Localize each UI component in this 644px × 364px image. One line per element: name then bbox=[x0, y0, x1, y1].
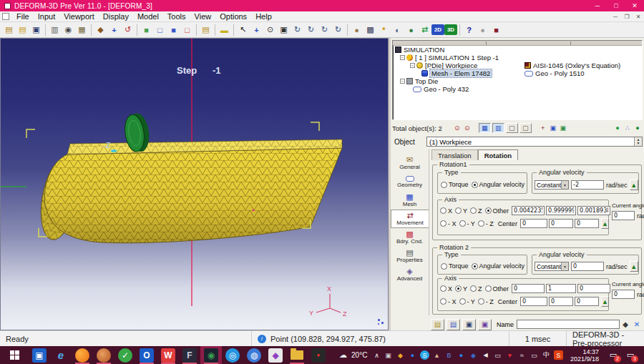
save-as-movement-button[interactable]: ▣ bbox=[478, 319, 492, 330]
display-points-button[interactable]: ▢ bbox=[519, 123, 532, 133]
undo-icon[interactable]: ↺ bbox=[121, 24, 135, 36]
av-mode-select[interactable]: Constant ▼ bbox=[535, 180, 569, 190]
sidetab-advanced[interactable]: ◈ Advanced bbox=[391, 265, 429, 284]
tree-node-workpiece[interactable]: [PDie] Workpiece bbox=[425, 62, 477, 69]
view-3d-button[interactable]: 3D bbox=[444, 24, 457, 35]
cube-red-icon[interactable]: □ bbox=[180, 24, 194, 36]
mdi-close-button[interactable]: ✕ bbox=[633, 14, 644, 20]
folder-icon[interactable]: ▤ bbox=[199, 24, 213, 36]
torque-radio[interactable] bbox=[441, 182, 447, 188]
measure-tool-icon[interactable]: + bbox=[538, 124, 548, 133]
menu-file[interactable]: File bbox=[12, 11, 34, 21]
av-value-input[interactable] bbox=[571, 180, 604, 190]
menu-help[interactable]: Help bbox=[251, 11, 276, 21]
document-icon[interactable] bbox=[2, 13, 9, 20]
taskbar-clock[interactable]: 14:37 2021/9/18 bbox=[570, 348, 599, 363]
axis-x-radio[interactable] bbox=[440, 285, 447, 292]
sidetab-mesh[interactable]: ▦ Mesh bbox=[391, 191, 429, 210]
center-function-button[interactable]: ▲ bbox=[601, 296, 609, 307]
volume-tray-icon[interactable]: ◀ bbox=[481, 350, 490, 360]
axis-value-3-input[interactable] bbox=[577, 284, 610, 293]
menu-tools[interactable]: Tools bbox=[163, 11, 190, 21]
print-icon[interactable]: ▥ bbox=[48, 24, 62, 36]
import-movement-button[interactable]: ▤ bbox=[447, 319, 460, 330]
viewport-3d[interactable]: Step -1 -Z X Y Z bbox=[0, 38, 389, 330]
ruler-icon[interactable]: ▬ bbox=[218, 24, 231, 36]
taskbar-cloud-drive[interactable]: ◍ bbox=[243, 346, 265, 364]
tab-rotation[interactable]: Rotation bbox=[478, 149, 519, 160]
zoom-in-object-icon[interactable]: ⊙ bbox=[452, 124, 462, 133]
ime-language-icon[interactable]: 中 bbox=[542, 350, 551, 360]
tree-node-mesh[interactable]: Mesh - Elem 17482 bbox=[430, 69, 492, 77]
av-function-button[interactable]: ▲ bbox=[630, 179, 638, 190]
center-function-button[interactable]: ▲ bbox=[601, 218, 609, 229]
open-database-icon[interactable]: ▤ bbox=[16, 24, 29, 36]
expander-icon[interactable]: − bbox=[410, 63, 415, 68]
display-options-icon[interactable]: ▩ bbox=[364, 24, 377, 36]
center-y-input[interactable] bbox=[549, 297, 573, 306]
cube-green-icon[interactable]: ■ bbox=[140, 24, 153, 36]
center-z-input[interactable] bbox=[575, 219, 599, 228]
taskbar-firefox[interactable] bbox=[72, 346, 93, 364]
taskbar-app-blue[interactable]: ◎ bbox=[222, 346, 243, 364]
object-pair-icon[interactable]: ◐ bbox=[391, 24, 404, 36]
axis-negz-radio[interactable] bbox=[478, 298, 484, 305]
panel-close-button[interactable]: ✕ bbox=[631, 320, 643, 328]
sidetab-general[interactable]: ✉ General bbox=[391, 154, 429, 172]
object-positioning-icon[interactable]: + bbox=[107, 24, 121, 36]
capture-tray-icon[interactable]: ▣ bbox=[384, 350, 393, 360]
defender-tray-icon[interactable]: ◆ bbox=[469, 350, 478, 360]
sogou-ime-icon[interactable]: S bbox=[554, 350, 563, 360]
save-icon[interactable]: ▣ bbox=[29, 24, 43, 36]
object-relations-icon[interactable]: ∴ bbox=[623, 124, 633, 133]
display-shaded-button[interactable]: ▦ bbox=[479, 123, 491, 133]
view-2d-button[interactable]: 2D bbox=[431, 24, 444, 35]
display-wireframe-button[interactable]: ▢ bbox=[506, 123, 518, 133]
notification-icon-2[interactable]: ▭3 bbox=[624, 349, 637, 362]
pick-hand-icon[interactable]: ● bbox=[350, 24, 364, 36]
skype-tray-icon[interactable]: S bbox=[420, 350, 429, 360]
axis-x-radio[interactable] bbox=[440, 207, 447, 214]
display-mesh-button[interactable]: ▥ bbox=[492, 123, 504, 133]
tree-node-simulation[interactable]: SIMULATION bbox=[404, 46, 444, 54]
taskbar-deform-3d[interactable]: ◉ bbox=[200, 346, 222, 364]
av-function-button[interactable]: ▲ bbox=[630, 261, 638, 272]
qq-tray-icon[interactable]: ◆ bbox=[396, 350, 405, 360]
cube-blue-icon[interactable]: ■ bbox=[167, 24, 180, 36]
menu-display[interactable]: Display bbox=[99, 11, 133, 21]
stop-icon[interactable]: ■ bbox=[489, 24, 503, 36]
expander-icon[interactable]: − bbox=[400, 55, 405, 60]
tree-node-geo-die[interactable]: Geo - Poly 432 bbox=[424, 85, 469, 93]
taskbar-outlook[interactable]: O bbox=[136, 346, 157, 364]
axis-value-1-input[interactable] bbox=[512, 284, 545, 293]
center-x-input[interactable] bbox=[520, 297, 547, 306]
bluetooth-tray-icon[interactable]: B bbox=[444, 350, 454, 360]
lock-icon[interactable]: ● bbox=[633, 124, 643, 133]
object-spinner[interactable]: ▲ ▼ bbox=[634, 137, 642, 146]
workpiece-mesh[interactable] bbox=[35, 139, 342, 243]
axis-negy-radio[interactable] bbox=[459, 298, 466, 305]
capture-icon[interactable]: ▦ bbox=[75, 24, 89, 36]
dropdown-arrow-icon[interactable]: ▼ bbox=[561, 181, 568, 189]
tree-node-geo-workpiece[interactable]: Geo - Poly 1510 bbox=[535, 69, 585, 77]
weather-cloud-icon[interactable]: ☁ bbox=[338, 350, 348, 360]
menu-viewport[interactable]: Viewport bbox=[59, 11, 99, 21]
axis-y-radio[interactable] bbox=[455, 207, 462, 214]
blue-app-tray-icon[interactable]: ● bbox=[408, 350, 417, 360]
temperature-label[interactable]: 20°C bbox=[351, 351, 367, 359]
save-movement-button[interactable]: ▣ bbox=[462, 319, 476, 330]
axis-value-1-input[interactable] bbox=[512, 206, 545, 215]
start-button[interactable] bbox=[0, 346, 29, 364]
sidetab-properties[interactable]: ▤ Properties bbox=[391, 247, 429, 265]
axis-value-2-input[interactable] bbox=[546, 284, 576, 293]
user-tray-icon[interactable]: ▲ bbox=[432, 350, 441, 360]
spinner-down-icon[interactable]: ▼ bbox=[637, 142, 640, 145]
sidetab-bdry-cnd[interactable]: ▩ Bdry. Cnd. bbox=[391, 228, 429, 247]
angular-velocity-radio[interactable] bbox=[472, 182, 478, 188]
av-value-input[interactable] bbox=[571, 262, 604, 271]
menu-model[interactable]: Model bbox=[133, 11, 163, 21]
taskbar-recorder-app[interactable]: ● bbox=[308, 346, 329, 364]
axis-negy-radio[interactable] bbox=[459, 220, 466, 227]
menu-options[interactable]: Options bbox=[215, 11, 251, 21]
database-view-icon[interactable]: ● bbox=[404, 24, 418, 36]
